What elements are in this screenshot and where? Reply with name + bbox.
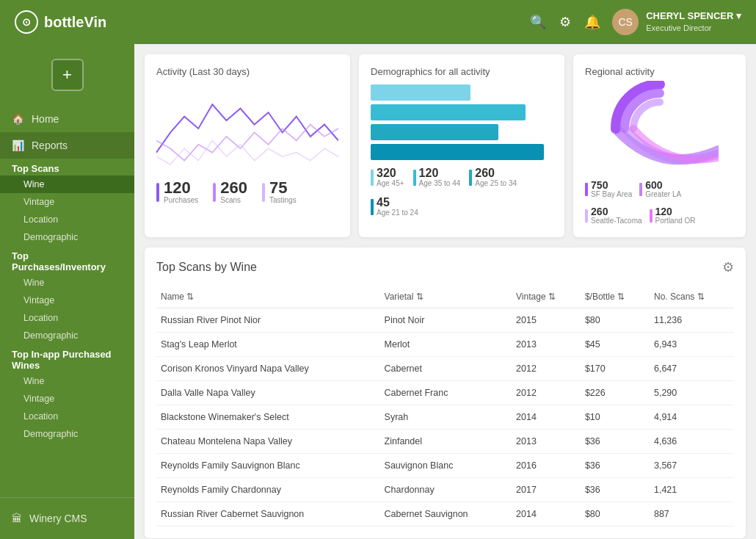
cell-scans: 1,421: [650, 478, 734, 502]
cell-varietal: Chardonnay: [380, 478, 512, 502]
activity-chart: [156, 84, 338, 173]
cell-price: $170: [581, 357, 650, 381]
search-icon[interactable]: 🔍: [530, 14, 546, 30]
col-name[interactable]: Name ⇅: [156, 286, 380, 308]
dashboard-cards: Activity (Last 30 days): [145, 54, 746, 237]
demo-label-3: Age 21 to 24: [377, 209, 418, 217]
table-title: Top Scans by Wine: [156, 261, 257, 274]
cell-varietal: Merlot: [380, 333, 512, 357]
purchases-label: Purchases: [164, 196, 198, 205]
cell-vintage: 2012: [512, 357, 581, 381]
sidebar-item-home[interactable]: 🏠 Home: [0, 106, 134, 132]
sidebar-item-winery-cms-label: Winery CMS: [29, 513, 87, 524]
sidebar-item-wine2[interactable]: Wine: [0, 274, 134, 292]
cell-scans: 3,567: [650, 454, 734, 478]
cell-name: Reynolds Family Sauvignon Blanc: [156, 454, 380, 478]
reports-icon: 📊: [12, 140, 24, 151]
cell-price: $10: [581, 405, 650, 430]
cell-price: $36: [581, 478, 650, 502]
bell-icon[interactable]: 🔔: [584, 14, 600, 30]
demo-val-1: 120: [419, 167, 461, 179]
table-row: Corison Kronos Vinyard Napa ValleyCabern…: [156, 357, 734, 381]
cell-vintage: 2013: [512, 430, 581, 454]
tastings-value: 75: [269, 180, 297, 196]
user-name: CHERYL SPENCER ▾: [646, 10, 741, 23]
demo-bar-0: [371, 84, 470, 101]
demographics-card: Demographics for all activity: [359, 54, 564, 237]
header-icons: 🔍 ⚙ 🔔: [530, 14, 600, 30]
logo-text: bottleVin: [44, 14, 106, 31]
sidebar-nav: 🏠 Home 📊 Reports Top Scans Wine Vintage …: [0, 106, 134, 497]
sidebar-item-demographic2[interactable]: Demographic: [0, 327, 134, 344]
table-row: Russian River Pinot NiorPinot Noir2015$8…: [156, 308, 734, 333]
gear-icon[interactable]: ⚙: [559, 14, 571, 30]
add-button[interactable]: +: [51, 59, 84, 91]
demo-label-0: Age 45+: [377, 179, 404, 188]
cell-scans: 5,290: [650, 381, 734, 405]
cell-varietal: Syrah: [380, 405, 512, 430]
demo-dot-1: [413, 170, 416, 186]
sidebar-item-location[interactable]: Location: [0, 211, 134, 228]
tastings-bar: [262, 183, 265, 202]
scans-bar: [213, 183, 216, 202]
cell-varietal: Sauvignon Blanc: [380, 454, 512, 478]
table-row: Dalla Valle Napa ValleyCabernet Franc201…: [156, 381, 734, 405]
sidebar-item-reports[interactable]: 📊 Reports: [0, 132, 134, 159]
cell-scans: 6,647: [650, 357, 734, 381]
sidebar-item-vintage[interactable]: Vintage: [0, 193, 134, 211]
sidebar-item-home-label: Home: [32, 113, 59, 125]
sidebar-item-demographic[interactable]: Demographic: [0, 228, 134, 246]
regional-stat-1: 600 Greater LA: [639, 180, 681, 199]
purchases-bar: [156, 183, 159, 202]
col-price[interactable]: $/Bottle ⇅: [581, 286, 650, 308]
top-purchases-label: Top Purchases/Inventory: [0, 246, 134, 274]
cell-name: Dalla Valle Napa Valley: [156, 381, 380, 405]
main-content: Activity (Last 30 days): [134, 44, 756, 539]
regional-label-1: Greater LA: [645, 190, 681, 199]
cell-vintage: 2017: [512, 478, 581, 502]
table-thead: Name ⇅ Varietal ⇅ Vintage ⇅ $/Bottle ⇅ N…: [156, 286, 734, 308]
sidebar-item-wine3[interactable]: Wine: [0, 372, 134, 390]
col-varietal[interactable]: Varietal ⇅: [380, 286, 512, 308]
regional-val-3: 120: [655, 206, 696, 217]
stat-tastings: 75 Tastings: [262, 180, 297, 205]
col-vintage[interactable]: Vintage ⇅: [512, 286, 581, 308]
activity-card: Activity (Last 30 days): [145, 54, 350, 237]
sidebar-item-location3[interactable]: Location: [0, 408, 134, 425]
regional-stat-0: 750 SF Bay Area: [585, 180, 632, 199]
sidebar-item-vintage2[interactable]: Vintage: [0, 292, 134, 309]
col-scans[interactable]: No. Scans ⇅: [650, 286, 734, 308]
user-profile[interactable]: CS CHERYL SPENCER ▾ Executive Director: [612, 9, 741, 35]
cell-name: Reynolds Family Chardonnay: [156, 478, 380, 502]
sidebar-item-winery-cms[interactable]: 🏛 Winery CMS: [0, 505, 134, 532]
scans-value: 260: [220, 180, 247, 196]
avatar: CS: [612, 9, 639, 35]
sidebar-item-reports-label: Reports: [32, 140, 68, 151]
sidebar-item-location2[interactable]: Location: [0, 309, 134, 327]
regional-val-1: 600: [645, 180, 681, 190]
demo-dot-0: [371, 170, 374, 186]
demo-val-3: 45: [377, 197, 418, 209]
cell-scans: 11,236: [650, 308, 734, 333]
cell-vintage: 2014: [512, 502, 581, 527]
filter-icon[interactable]: ⚙: [722, 259, 734, 275]
demo-bar-row-1: [371, 104, 553, 120]
sidebar-item-demographic3[interactable]: Demographic: [0, 425, 134, 443]
cell-name: Stag's Leap Merlot: [156, 333, 380, 357]
sidebar-item-vintage3[interactable]: Vintage: [0, 390, 134, 408]
cell-vintage: 2012: [512, 381, 581, 405]
activity-card-title: Activity (Last 30 days): [156, 66, 338, 77]
table-body: Russian River Pinot NiorPinot Noir2015$8…: [156, 308, 734, 527]
cell-price: $36: [581, 430, 650, 454]
demo-stats: 320 Age 45+ 120 Age 35 to 44: [371, 167, 553, 217]
regional-val-2: 260: [591, 206, 641, 217]
regional-stat-2: 260 Seattle-Tacoma: [585, 206, 641, 225]
logo-icon: ⊙: [15, 10, 38, 34]
cell-price: $45: [581, 333, 650, 357]
demo-bar-2: [371, 124, 498, 140]
cell-price: $80: [581, 502, 650, 527]
sidebar-item-wine[interactable]: Wine: [0, 176, 134, 193]
cell-scans: 4,636: [650, 430, 734, 454]
regional-label-2: Seattle-Tacoma: [591, 217, 641, 225]
regional-dot-1: [639, 183, 642, 196]
